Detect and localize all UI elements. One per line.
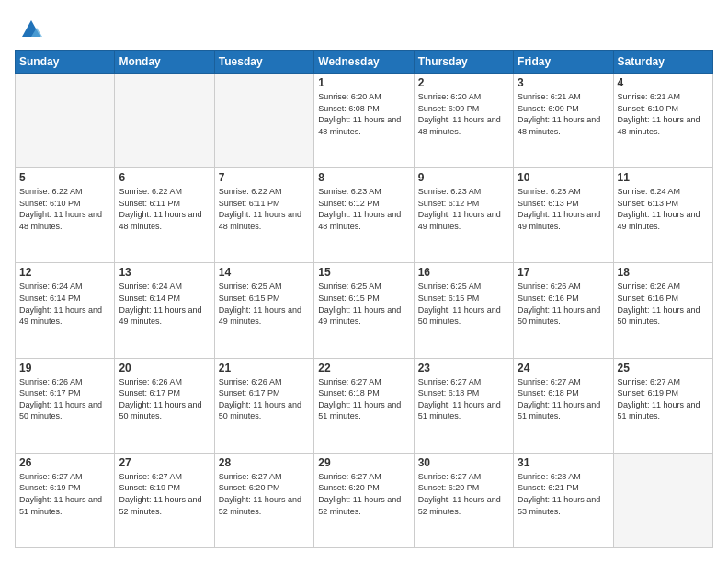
weekday-header-monday: Monday [115, 51, 214, 74]
day-number: 3 [518, 76, 609, 89]
day-number: 19 [19, 362, 110, 374]
day-number: 8 [318, 171, 409, 184]
day-number: 6 [119, 171, 210, 184]
calendar-week-row: 5Sunrise: 6:22 AMSunset: 6:10 PMDaylight… [16, 168, 713, 263]
page-header [15, 15, 713, 40]
calendar-week-row: 26Sunrise: 6:27 AMSunset: 6:19 PMDayligh… [16, 453, 713, 547]
day-info: Sunrise: 6:23 AMSunset: 6:12 PMDaylight:… [318, 187, 401, 231]
calendar-cell: 27Sunrise: 6:27 AMSunset: 6:19 PMDayligh… [115, 453, 214, 547]
day-info: Sunrise: 6:28 AMSunset: 6:21 PMDaylight:… [518, 472, 600, 516]
calendar-week-row: 1Sunrise: 6:20 AMSunset: 6:08 PMDaylight… [16, 74, 713, 168]
day-info: Sunrise: 6:24 AMSunset: 6:14 PMDaylight:… [19, 282, 102, 326]
day-info: Sunrise: 6:27 AMSunset: 6:18 PMDaylight:… [418, 377, 501, 421]
day-number: 22 [318, 362, 409, 374]
day-number: 27 [119, 456, 210, 469]
day-info: Sunrise: 6:26 AMSunset: 6:16 PMDaylight:… [518, 282, 600, 326]
calendar-cell: 9Sunrise: 6:23 AMSunset: 6:12 PMDaylight… [414, 168, 513, 263]
day-info: Sunrise: 6:27 AMSunset: 6:20 PMDaylight:… [219, 472, 301, 516]
day-info: Sunrise: 6:20 AMSunset: 6:08 PMDaylight:… [318, 92, 401, 136]
day-info: Sunrise: 6:23 AMSunset: 6:12 PMDaylight:… [418, 187, 501, 231]
calendar-cell: 11Sunrise: 6:24 AMSunset: 6:13 PMDayligh… [613, 168, 712, 263]
day-info: Sunrise: 6:22 AMSunset: 6:10 PMDaylight:… [19, 187, 102, 231]
day-number: 16 [418, 266, 509, 279]
calendar-cell: 15Sunrise: 6:25 AMSunset: 6:15 PMDayligh… [314, 263, 414, 358]
calendar-cell: 20Sunrise: 6:26 AMSunset: 6:17 PMDayligh… [115, 358, 214, 453]
calendar-cell: 12Sunrise: 6:24 AMSunset: 6:14 PMDayligh… [16, 263, 115, 358]
day-info: Sunrise: 6:26 AMSunset: 6:17 PMDaylight:… [119, 377, 201, 421]
calendar-cell [16, 74, 115, 168]
calendar-cell: 13Sunrise: 6:24 AMSunset: 6:14 PMDayligh… [115, 263, 214, 358]
calendar-cell: 2Sunrise: 6:20 AMSunset: 6:09 PMDaylight… [414, 74, 513, 168]
day-info: Sunrise: 6:21 AMSunset: 6:10 PMDaylight:… [618, 92, 700, 136]
calendar-cell: 16Sunrise: 6:25 AMSunset: 6:15 PMDayligh… [414, 263, 513, 358]
day-info: Sunrise: 6:23 AMSunset: 6:13 PMDaylight:… [518, 187, 600, 231]
day-number: 20 [119, 362, 210, 374]
calendar-cell: 23Sunrise: 6:27 AMSunset: 6:18 PMDayligh… [414, 358, 513, 453]
calendar-cell: 8Sunrise: 6:23 AMSunset: 6:12 PMDaylight… [314, 168, 414, 263]
calendar-cell: 29Sunrise: 6:27 AMSunset: 6:20 PMDayligh… [314, 453, 414, 547]
day-info: Sunrise: 6:26 AMSunset: 6:17 PMDaylight:… [19, 377, 102, 421]
day-number: 17 [518, 266, 609, 279]
calendar-cell: 10Sunrise: 6:23 AMSunset: 6:13 PMDayligh… [514, 168, 613, 263]
weekday-header-friday: Friday [514, 51, 613, 74]
day-info: Sunrise: 6:22 AMSunset: 6:11 PMDaylight:… [219, 187, 301, 231]
day-number: 4 [618, 76, 709, 89]
calendar-week-row: 19Sunrise: 6:26 AMSunset: 6:17 PMDayligh… [16, 358, 713, 453]
logo-icon [18, 15, 44, 40]
calendar-table: SundayMondayTuesdayWednesdayThursdayFrid… [15, 50, 713, 548]
day-number: 1 [318, 76, 409, 89]
day-info: Sunrise: 6:27 AMSunset: 6:20 PMDaylight:… [318, 472, 401, 516]
calendar-cell: 18Sunrise: 6:26 AMSunset: 6:16 PMDayligh… [613, 263, 712, 358]
day-info: Sunrise: 6:24 AMSunset: 6:14 PMDaylight:… [119, 282, 201, 326]
day-number: 9 [418, 171, 509, 184]
day-info: Sunrise: 6:21 AMSunset: 6:09 PMDaylight:… [518, 92, 600, 136]
calendar-cell: 14Sunrise: 6:25 AMSunset: 6:15 PMDayligh… [214, 263, 313, 358]
calendar-cell: 7Sunrise: 6:22 AMSunset: 6:11 PMDaylight… [214, 168, 313, 263]
calendar-cell: 3Sunrise: 6:21 AMSunset: 6:09 PMDaylight… [514, 74, 613, 168]
day-number: 26 [19, 456, 110, 469]
day-info: Sunrise: 6:24 AMSunset: 6:13 PMDaylight:… [618, 187, 700, 231]
day-number: 18 [618, 266, 709, 279]
weekday-header-wednesday: Wednesday [314, 51, 414, 74]
day-number: 21 [219, 362, 310, 374]
calendar-cell: 30Sunrise: 6:27 AMSunset: 6:20 PMDayligh… [414, 453, 513, 547]
day-info: Sunrise: 6:27 AMSunset: 6:20 PMDaylight:… [418, 472, 501, 516]
day-info: Sunrise: 6:25 AMSunset: 6:15 PMDaylight:… [219, 282, 301, 326]
calendar-cell: 6Sunrise: 6:22 AMSunset: 6:11 PMDaylight… [115, 168, 214, 263]
calendar-cell: 24Sunrise: 6:27 AMSunset: 6:18 PMDayligh… [514, 358, 613, 453]
weekday-header-thursday: Thursday [414, 51, 513, 74]
weekday-header-saturday: Saturday [613, 51, 712, 74]
calendar-cell [214, 74, 313, 168]
day-number: 11 [618, 171, 709, 184]
calendar-cell: 1Sunrise: 6:20 AMSunset: 6:08 PMDaylight… [314, 74, 414, 168]
calendar-cell: 25Sunrise: 6:27 AMSunset: 6:19 PMDayligh… [613, 358, 712, 453]
day-number: 12 [19, 266, 110, 279]
weekday-header-tuesday: Tuesday [214, 51, 313, 74]
calendar-cell: 21Sunrise: 6:26 AMSunset: 6:17 PMDayligh… [214, 358, 313, 453]
day-info: Sunrise: 6:27 AMSunset: 6:19 PMDaylight:… [19, 472, 102, 516]
logo [15, 15, 44, 40]
day-info: Sunrise: 6:22 AMSunset: 6:11 PMDaylight:… [119, 187, 201, 231]
day-number: 14 [219, 266, 310, 279]
calendar-cell: 17Sunrise: 6:26 AMSunset: 6:16 PMDayligh… [514, 263, 613, 358]
day-info: Sunrise: 6:26 AMSunset: 6:17 PMDaylight:… [219, 377, 301, 421]
calendar-cell: 26Sunrise: 6:27 AMSunset: 6:19 PMDayligh… [16, 453, 115, 547]
day-number: 28 [219, 456, 310, 469]
calendar-cell: 19Sunrise: 6:26 AMSunset: 6:17 PMDayligh… [16, 358, 115, 453]
calendar-cell [613, 453, 712, 547]
calendar-cell: 22Sunrise: 6:27 AMSunset: 6:18 PMDayligh… [314, 358, 414, 453]
day-number: 30 [418, 456, 509, 469]
calendar-cell: 4Sunrise: 6:21 AMSunset: 6:10 PMDaylight… [613, 74, 712, 168]
day-number: 23 [418, 362, 509, 374]
day-number: 25 [618, 362, 709, 374]
day-info: Sunrise: 6:27 AMSunset: 6:19 PMDaylight:… [618, 377, 700, 421]
day-info: Sunrise: 6:25 AMSunset: 6:15 PMDaylight:… [418, 282, 501, 326]
day-info: Sunrise: 6:27 AMSunset: 6:18 PMDaylight:… [518, 377, 600, 421]
weekday-header-row: SundayMondayTuesdayWednesdayThursdayFrid… [16, 51, 713, 74]
day-info: Sunrise: 6:27 AMSunset: 6:19 PMDaylight:… [119, 472, 201, 516]
calendar-cell: 5Sunrise: 6:22 AMSunset: 6:10 PMDaylight… [16, 168, 115, 263]
day-info: Sunrise: 6:27 AMSunset: 6:18 PMDaylight:… [318, 377, 401, 421]
day-info: Sunrise: 6:25 AMSunset: 6:15 PMDaylight:… [318, 282, 401, 326]
day-number: 15 [318, 266, 409, 279]
day-number: 31 [518, 456, 609, 469]
